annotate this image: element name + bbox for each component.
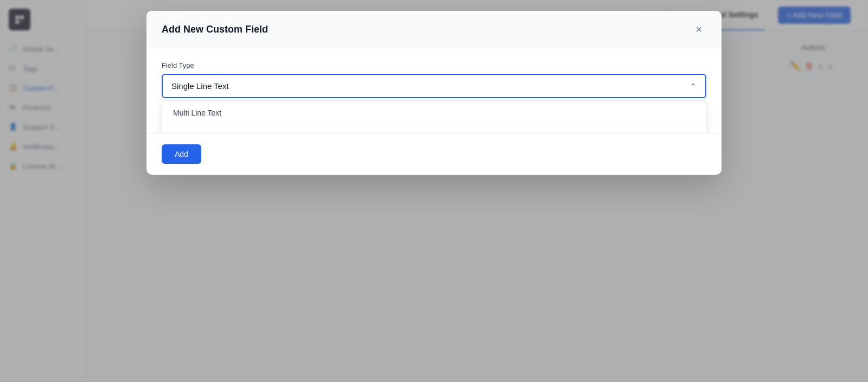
modal-footer: Add bbox=[146, 133, 722, 175]
modal-overlay: Add New Custom Field × Field Type Single… bbox=[0, 0, 868, 382]
dropdown-caret bbox=[430, 100, 438, 101]
modal-body: Field Type Single Line Text ⌃ Multi Line… bbox=[146, 48, 722, 133]
add-button[interactable]: Add bbox=[162, 144, 201, 164]
modal: Add New Custom Field × Field Type Single… bbox=[146, 11, 722, 175]
field-type-dropdown-container: Single Line Text ⌃ Multi Line Text Numer… bbox=[162, 74, 706, 98]
modal-close-button[interactable]: × bbox=[691, 22, 706, 37]
dropdown-selected-value: Single Line Text bbox=[171, 81, 229, 91]
field-type-label: Field Type bbox=[162, 61, 706, 69]
option-numeric-field[interactable]: Numeric Field bbox=[162, 125, 706, 133]
chevron-up-icon: ⌃ bbox=[690, 82, 697, 91]
dropdown-menu: Multi Line Text Numeric Field Select cho… bbox=[162, 100, 706, 133]
field-type-dropdown[interactable]: Single Line Text ⌃ bbox=[162, 74, 706, 98]
modal-header: Add New Custom Field × bbox=[146, 11, 722, 48]
option-multi-line-text[interactable]: Multi Line Text bbox=[162, 101, 706, 125]
modal-title: Add New Custom Field bbox=[162, 24, 268, 35]
